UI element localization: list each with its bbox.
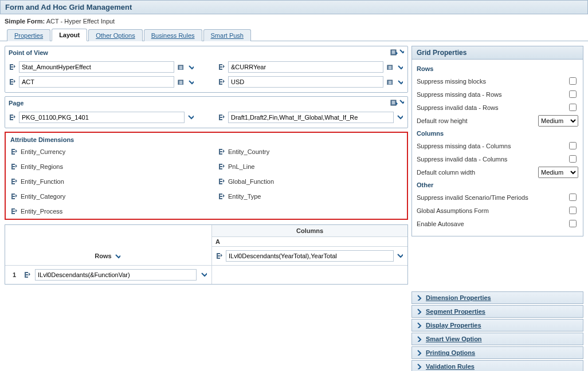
other-section-title: Other — [417, 181, 578, 188]
select-default-row-height[interactable]: Medium — [538, 115, 578, 127]
attr-entity-type[interactable]: Entity_Type — [218, 192, 402, 200]
chevron-down-icon[interactable] — [396, 78, 404, 86]
page-settings-icon[interactable] — [390, 99, 404, 107]
grid-properties-header: Grid Properties — [411, 46, 583, 60]
tab-properties[interactable]: Properties — [7, 29, 50, 41]
page-panel: Page — [5, 96, 408, 128]
chk-suppress-invalid-scenario[interactable] — [569, 194, 577, 201]
attr-entity-country[interactable]: Entity_Country — [218, 148, 402, 156]
accordion-validation-rules[interactable]: Validation Rules — [411, 360, 583, 371]
prop-suppress-invalid-scenario: Suppress invalid Scenario/Time Periods — [417, 194, 528, 201]
attribute-dimensions-panel: Attribute Dimensions Entity_Currency Ent… — [5, 132, 408, 220]
rows-columns-layout: Columns A Rows 1 — [5, 224, 408, 285]
accordion-dimension-properties[interactable]: Dimension Properties — [411, 291, 583, 304]
pov-settings-icon[interactable] — [390, 49, 404, 57]
chevron-down-icon[interactable] — [187, 78, 195, 86]
pov-picker-icon[interactable] — [386, 63, 394, 71]
chk-suppress-missing-blocks[interactable] — [569, 77, 577, 85]
prop-suppress-invalid-cols: Suppress invalid data - Columns — [417, 156, 507, 163]
row-number: 1 — [9, 271, 20, 278]
chevron-down-icon[interactable] — [200, 271, 208, 279]
grid-properties-body: Rows Suppress missing blocks Suppress mi… — [411, 60, 583, 236]
prop-suppress-missing-blocks: Suppress missing blocks — [417, 78, 486, 85]
attr-entity-function[interactable]: Entity_Function — [10, 177, 195, 186]
rows-section-title: Rows — [417, 65, 578, 72]
tree-icon — [23, 271, 32, 279]
tab-other-options[interactable]: Other Options — [88, 29, 142, 41]
chevron-down-icon[interactable] — [396, 252, 404, 260]
chevron-down-icon[interactable] — [187, 63, 195, 71]
prop-suppress-invalid-rows: Suppress invalid data - Rows — [417, 104, 498, 111]
prop-global-assumptions: Global Assumptions Form — [417, 207, 489, 214]
accordion-smart-view-option[interactable]: Smart View Option — [411, 333, 583, 345]
tree-icon — [218, 78, 226, 86]
columns-header: Columns — [211, 225, 407, 237]
pov-input-curryear[interactable] — [228, 61, 383, 73]
prop-suppress-missing-rows: Suppress missing data - Rows — [417, 91, 502, 98]
tree-icon — [9, 78, 17, 86]
page-title-bar: Form and Ad Hoc Grid Management — [0, 0, 588, 14]
page-input-drafts[interactable] — [228, 112, 394, 123]
chk-suppress-missing-rows[interactable] — [569, 90, 577, 98]
tree-icon — [218, 113, 226, 121]
prop-default-row-height: Default row height — [417, 117, 468, 124]
attr-global-function[interactable]: Global_Function — [218, 177, 402, 186]
pov-input-act[interactable] — [19, 76, 174, 88]
subheader-label: Simple Form: — [5, 18, 45, 25]
tree-icon — [9, 63, 17, 71]
page-input-pkg[interactable] — [19, 112, 185, 123]
subheader-value: ACT - Hyper Effect Input — [46, 18, 115, 25]
row-1-member-input[interactable] — [35, 269, 197, 281]
rows-header: Rows — [95, 252, 111, 259]
chk-enable-autosave[interactable] — [569, 220, 577, 227]
prop-suppress-missing-cols: Suppress missing data - Columns — [417, 143, 511, 149]
pov-input-usd[interactable] — [228, 76, 383, 88]
tab-smart-push[interactable]: Smart Push — [203, 29, 251, 41]
page-title: Form and Ad Hoc Grid Management — [5, 3, 132, 11]
pov-picker-icon[interactable] — [386, 78, 394, 86]
chevron-down-icon[interactable] — [396, 113, 404, 121]
pov-title: Point of View — [9, 49, 48, 56]
chk-global-assumptions[interactable] — [569, 207, 577, 214]
chk-suppress-missing-cols[interactable] — [569, 142, 577, 149]
tree-icon — [9, 113, 17, 121]
attr-pnl-line[interactable]: PnL_Line — [218, 163, 402, 171]
page-panel-title: Page — [9, 100, 23, 106]
tab-layout[interactable]: Layout — [52, 29, 87, 41]
tree-icon — [218, 63, 226, 71]
chevron-down-icon[interactable] — [187, 113, 195, 121]
attr-entity-category[interactable]: Entity_Category — [10, 192, 195, 200]
chevron-down-icon[interactable] — [396, 63, 404, 71]
tab-business-rules[interactable]: Business Rules — [144, 29, 202, 41]
pov-panel: Point of View — [5, 46, 408, 93]
tree-icon — [215, 252, 224, 260]
cols-section-title: Columns — [417, 130, 578, 137]
accordion-segment-properties[interactable]: Segment Properties — [411, 305, 583, 318]
pov-picker-icon[interactable] — [177, 78, 185, 86]
select-default-col-width[interactable]: Medium — [538, 167, 578, 178]
tab-bar: Properties Layout Other Options Business… — [0, 28, 588, 41]
accordion-display-properties[interactable]: Display Properties — [411, 319, 583, 331]
pov-picker-icon[interactable] — [177, 63, 185, 71]
attr-entity-regions[interactable]: Entity_Regions — [10, 163, 195, 171]
form-subheader: Simple Form: ACT - Hyper Effect Input — [0, 14, 588, 28]
prop-default-col-width: Default column width — [417, 169, 475, 176]
column-a-header: A — [211, 237, 407, 247]
chk-suppress-invalid-rows[interactable] — [569, 104, 577, 111]
rows-dropdown-icon[interactable] — [114, 252, 122, 260]
accordion-printing-options[interactable]: Printing Options — [411, 346, 583, 359]
column-a-member-input[interactable] — [226, 250, 394, 262]
attr-entity-process[interactable]: Entity_Process — [10, 207, 195, 215]
chk-suppress-invalid-cols[interactable] — [569, 155, 577, 163]
prop-enable-autosave: Enable Autosave — [417, 220, 464, 227]
pov-input-stat-amount[interactable] — [19, 61, 174, 73]
attr-entity-currency[interactable]: Entity_Currency — [10, 148, 195, 156]
attribute-dimensions-title: Attribute Dimensions — [10, 136, 402, 143]
